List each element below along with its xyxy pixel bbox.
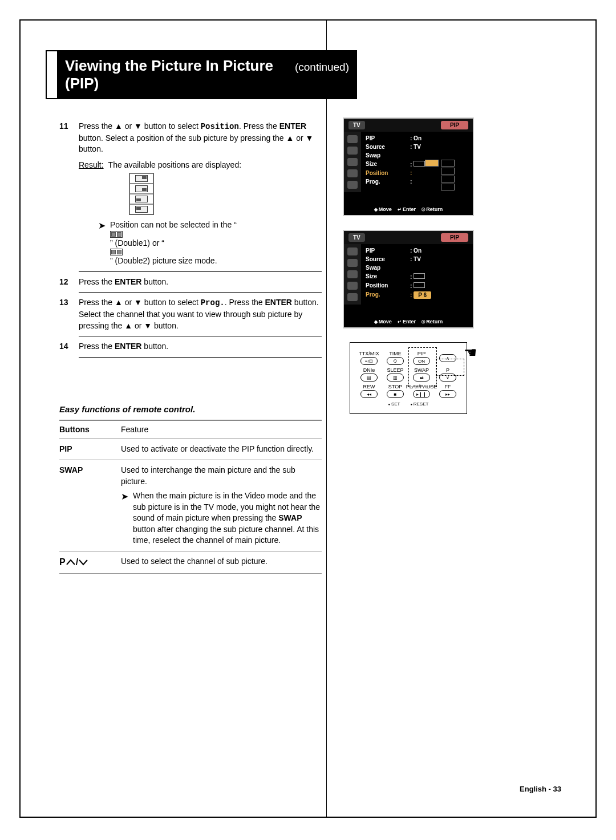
remote-btn-down[interactable]: ∨ bbox=[439, 374, 456, 382]
position-options-grid bbox=[129, 173, 154, 215]
osd-hint-return: Return bbox=[422, 319, 443, 325]
remote-label-stop: STOP bbox=[388, 384, 402, 389]
remote-btn-rew[interactable]: ◂◂ bbox=[360, 390, 378, 398]
remote-btn-stop[interactable]: ■ bbox=[387, 390, 404, 398]
note-arrow-icon: ➤ bbox=[121, 490, 128, 546]
pointing-hand-icon: ☚ bbox=[464, 344, 477, 362]
position-note: Position can not be selected in the “” (… bbox=[110, 220, 237, 267]
position-icon-bottom-right bbox=[135, 185, 148, 192]
remote-btn-time[interactable]: ⏲ bbox=[387, 357, 404, 365]
remote-label-playpause: PLAY/PAUSE bbox=[406, 384, 437, 389]
remote-btn-playpause[interactable]: ▸❙❙ bbox=[413, 390, 430, 398]
size-icon bbox=[414, 273, 425, 279]
illustrations-column: TV PIP PIP: On Source: TV Swap Size: Pos… bbox=[339, 117, 478, 414]
remote-label-rew: REW bbox=[363, 384, 375, 389]
position-icon-top-left bbox=[135, 206, 148, 213]
buttons-table: Buttons Feature PIP Used to activate or … bbox=[59, 420, 322, 574]
result-label: Result: bbox=[79, 160, 104, 171]
step-14: 14 Press the ENTER button. bbox=[59, 341, 322, 352]
osd-hint-move: Move bbox=[374, 206, 392, 213]
step-number: 13 bbox=[59, 297, 73, 331]
double2-icon bbox=[110, 249, 123, 255]
easy-functions-heading: Easy functions of remote control. bbox=[59, 403, 322, 415]
button-name-swap: SWAP bbox=[59, 465, 116, 476]
remote-label-p: P bbox=[446, 367, 449, 373]
osd-hint-return: Return bbox=[422, 206, 443, 213]
prog-selected-badge: P 6 bbox=[414, 291, 431, 299]
remote-btn-ff[interactable]: ▸▸ bbox=[439, 390, 456, 398]
remote-label-ttxmix: TTX/MIX bbox=[359, 351, 379, 356]
instruction-column: 11 Press the ▲ or ▼ button to select Pos… bbox=[59, 117, 322, 574]
remote-label-reset: RESET bbox=[410, 401, 428, 407]
osd-sidebar-icons bbox=[344, 132, 361, 192]
button-name-p-up-down: P/ bbox=[59, 556, 116, 569]
step-number: 12 bbox=[59, 277, 73, 288]
remote-btn-swap[interactable]: ⇄ bbox=[413, 374, 430, 382]
note-arrow-icon: ➤ bbox=[98, 220, 106, 267]
osd-sidebar-icons bbox=[344, 244, 361, 305]
remote-label-swap: SWAP bbox=[414, 367, 429, 373]
remote-diagram: ☚ TTX/MIX≡/⊡ TIME⏲ PIPON ∧ DNIe▤ SLEEP▥ … bbox=[350, 342, 467, 414]
step-13: 13 Press the ▲ or ▼ button to select Pro… bbox=[59, 297, 322, 331]
col-header-buttons: Buttons bbox=[59, 424, 116, 436]
remote-btn-up[interactable]: ∧ bbox=[439, 354, 456, 362]
remote-btn-sleep[interactable]: ▥ bbox=[387, 374, 404, 382]
osd-prog-row: Prog. bbox=[366, 291, 406, 299]
osd-hint-move: Move bbox=[374, 319, 392, 325]
osd-hint-enter: Enter bbox=[398, 319, 416, 325]
osd-position-row: Position bbox=[366, 170, 406, 176]
col-header-feature: Feature bbox=[121, 424, 322, 436]
step-number: 11 bbox=[59, 121, 73, 267]
osd-tab-tv: TV bbox=[348, 121, 365, 129]
osd-hint-enter: Enter bbox=[398, 206, 416, 213]
remote-label-dnie: DNIe bbox=[363, 367, 375, 373]
page-title: Viewing the Picture In Picture (PIP) bbox=[65, 57, 290, 92]
remote-label-ff: FF bbox=[445, 384, 451, 389]
osd-screenshot-prog: TV PIP PIP: On Source: TV Swap Size: Pos… bbox=[343, 230, 474, 328]
remote-label-pip: PIP bbox=[418, 351, 426, 356]
position-icon-bottom-left bbox=[135, 196, 148, 202]
remote-btn-pip[interactable]: ON bbox=[413, 357, 430, 365]
position-icon-top-right bbox=[135, 175, 148, 182]
table-row: PIP Used to activate or deactivate the P… bbox=[59, 439, 322, 460]
table-row: P/ Used to select the channel of sub pic… bbox=[59, 551, 322, 574]
osd-tab-pip: PIP bbox=[441, 121, 468, 129]
remote-label-set: SET bbox=[388, 401, 400, 407]
step-number: 14 bbox=[59, 341, 73, 352]
double1-icon bbox=[110, 231, 123, 238]
remote-btn-dnie[interactable]: ▤ bbox=[360, 374, 378, 382]
button-name-pip: PIP bbox=[59, 444, 116, 455]
remote-btn-ttxmix[interactable]: ≡/⊡ bbox=[360, 357, 378, 365]
column-divider bbox=[326, 21, 327, 817]
table-row: SWAP Used to interchange the main pictur… bbox=[59, 460, 322, 551]
osd-tab-pip: PIP bbox=[441, 233, 468, 242]
remote-label-sleep: SLEEP bbox=[387, 367, 403, 373]
osd-tab-tv: TV bbox=[348, 233, 365, 242]
title-bar: Viewing the Picture In Picture (PIP) (co… bbox=[57, 50, 357, 99]
position-icon bbox=[414, 282, 425, 288]
step-11: 11 Press the ▲ or ▼ button to select Pos… bbox=[59, 121, 322, 267]
title-continued: (continued) bbox=[295, 61, 349, 74]
page-footer: English - 33 bbox=[520, 785, 561, 793]
size-icon bbox=[414, 161, 425, 167]
position-options bbox=[425, 160, 465, 190]
page-frame: Viewing the Picture In Picture (PIP) (co… bbox=[19, 19, 597, 818]
remote-label-time: TIME bbox=[389, 351, 402, 356]
osd-screenshot-position: TV PIP PIP: On Source: TV Swap Size: Pos… bbox=[343, 117, 474, 216]
step-12: 12 Press the ENTER button. bbox=[59, 277, 322, 288]
